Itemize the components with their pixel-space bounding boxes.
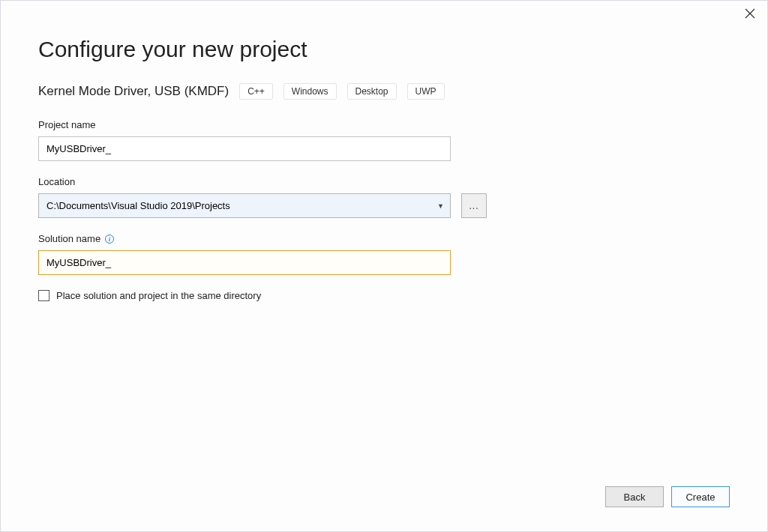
template-tag: UWP [407,83,445,100]
template-tag: C++ [239,83,273,100]
template-tag: Desktop [347,83,397,100]
location-combo[interactable]: C:\Documents\Visual Studio 2019\Projects… [38,193,451,218]
browse-button[interactable]: ... [461,193,487,218]
page-title: Configure your new project [38,37,730,62]
chevron-down-icon: ▼ [437,202,444,210]
create-button[interactable]: Create [671,486,730,507]
template-tag: Windows [284,83,337,100]
info-icon[interactable]: i [105,235,114,244]
close-button[interactable] [745,8,757,20]
location-label: Location [38,176,730,187]
project-name-label: Project name [38,119,730,130]
template-row: Kernel Mode Driver, USB (KMDF) C++ Windo… [38,83,730,100]
same-directory-label: Place solution and project in the same d… [56,290,261,301]
solution-name-input[interactable] [38,250,451,275]
back-button[interactable]: Back [605,486,664,507]
project-name-input[interactable] [38,136,451,161]
close-icon [745,8,755,19]
solution-name-label: Solution name [38,233,100,244]
template-name: Kernel Mode Driver, USB (KMDF) [38,84,229,99]
location-value: C:\Documents\Visual Studio 2019\Projects [46,200,230,211]
same-directory-checkbox[interactable] [38,290,50,301]
